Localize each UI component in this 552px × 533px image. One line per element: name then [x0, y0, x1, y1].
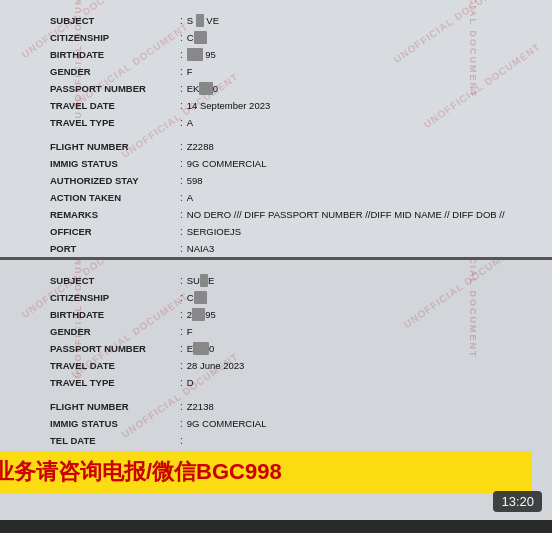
- label-subject-top: SUBJECT: [50, 14, 180, 28]
- label-gender-bot: GENDER: [50, 325, 180, 339]
- label-citizenship-bot: CITIZENSHIP: [50, 291, 180, 305]
- overlay-banner: 业务请咨询电报/微信BGC998: [0, 451, 532, 493]
- label-action-top: ACTION TAKEN: [50, 191, 180, 205]
- value-passport-top: EK 0: [187, 82, 532, 96]
- label-remarks-top: REMARKS: [50, 208, 180, 222]
- document-panel-bottom: UNOFFICIAL DOCUMENT UNOFFICIAL DOCUMENT …: [0, 260, 552, 520]
- value-citizenship-top: C: [187, 31, 532, 45]
- table-row: TRAVEL DATE : 28 June 2023: [50, 359, 532, 373]
- value-traveldate-top: 14 September 2023: [187, 99, 532, 113]
- table-row: GENDER : F: [50, 65, 532, 79]
- overlay-text: 业务请咨询电报/微信BGC998: [0, 459, 282, 484]
- value-passport-bot: E 0: [187, 342, 532, 356]
- label-traveltype-top: TRAVEL TYPE: [50, 116, 180, 130]
- label-traveldate-bot: TRAVEL DATE: [50, 359, 180, 373]
- table-row: BIRTHDATE : 2 95: [50, 308, 532, 322]
- value-gender-bot: F: [187, 325, 532, 339]
- table-row: TRAVEL TYPE : A: [50, 116, 532, 130]
- value-citizenship-bot: C: [187, 291, 532, 305]
- table-row: FLIGHT NUMBER : Z2288: [50, 140, 532, 154]
- value-subject-bot: SU E: [187, 274, 532, 288]
- value-teldate-bot: [187, 434, 532, 448]
- table-row: OFFICER : SERGIOEJS: [50, 225, 532, 239]
- label-traveltype-bot: TRAVEL TYPE: [50, 376, 180, 390]
- value-immig-top: 9G COMMERCIAL: [187, 157, 532, 171]
- value-action-top: A: [187, 191, 532, 205]
- value-gender-top: F: [187, 65, 532, 79]
- label-officer-top: OFFICER: [50, 225, 180, 239]
- value-subject-top: S VE: [187, 14, 532, 28]
- table-row: CITIZENSHIP : C: [50, 291, 532, 305]
- table-row: SUBJECT : SU E: [50, 274, 532, 288]
- value-traveltype-bot: D: [187, 376, 532, 390]
- label-authstay-top: AUTHORIZED STAY: [50, 174, 180, 188]
- table-row: TEL DATE :: [50, 434, 532, 448]
- top-doc-content: SUBJECT : S VE CITIZENSHIP : C BIRTHDATE…: [0, 0, 552, 260]
- label-port-top: PORT: [50, 242, 180, 256]
- label-flight-bot: FLIGHT NUMBER: [50, 400, 180, 414]
- table-row: FLIGHT NUMBER : Z2138: [50, 400, 532, 414]
- table-row: PORT : NAIA3: [50, 242, 532, 256]
- screen: UNOFFICIAL DOCUMENT UNOFFICIAL DOCUMENT …: [0, 0, 552, 533]
- label-traveldate-top: TRAVEL DATE: [50, 99, 180, 113]
- document-panel-top: UNOFFICIAL DOCUMENT UNOFFICIAL DOCUMENT …: [0, 0, 552, 260]
- label-immig-top: IMMIG STATUS: [50, 157, 180, 171]
- value-traveltype-top: A: [187, 116, 532, 130]
- spacer-top: [50, 133, 532, 137]
- label-birthdate-bot: BIRTHDATE: [50, 308, 180, 322]
- table-row: GENDER : F: [50, 325, 532, 339]
- table-row: TRAVEL DATE : 14 September 2023: [50, 99, 532, 113]
- table-row: TRAVEL TYPE : D: [50, 376, 532, 390]
- table-row: AUTHORIZED STAY : 598: [50, 174, 532, 188]
- table-row: ACTION TAKEN : A: [50, 191, 532, 205]
- value-authstay-top: 598: [187, 174, 532, 188]
- label-teldate-bot: TEL DATE: [50, 434, 180, 448]
- label-passport-top: PASSPORT NUMBER: [50, 82, 180, 96]
- bottom-doc-content: SUBJECT : SU E CITIZENSHIP : C BIRTHDATE…: [0, 260, 552, 503]
- table-row: REMARKS : NO DERO /// DIFF PASSPORT NUMB…: [50, 208, 532, 222]
- label-birthdate-top: BIRTHDATE: [50, 48, 180, 62]
- table-row: PASSPORT NUMBER : E 0: [50, 342, 532, 356]
- value-immig-bot: 9G COMMERCIAL: [187, 417, 532, 431]
- label-subject-bot: SUBJECT: [50, 274, 180, 288]
- label-citizenship-top: CITIZENSHIP: [50, 31, 180, 45]
- value-remarks-top: NO DERO /// DIFF PASSPORT NUMBER //DIFF …: [187, 208, 532, 222]
- value-traveldate-bot: 28 June 2023: [187, 359, 532, 373]
- value-birthdate-top: 95: [187, 48, 532, 62]
- value-officer-top: SERGIOEJS: [187, 225, 532, 239]
- value-port-top: NAIA3: [187, 242, 532, 256]
- value-flight-top: Z2288: [187, 140, 532, 154]
- table-row: BIRTHDATE : 95: [50, 48, 532, 62]
- table-row: CITIZENSHIP : C: [50, 31, 532, 45]
- value-birthdate-bot: 2 95: [187, 308, 532, 322]
- spacer-bot: [50, 393, 532, 397]
- time-value: 13:20: [501, 494, 534, 509]
- label-immig-bot: IMMIG STATUS: [50, 417, 180, 431]
- table-row: IMMIG STATUS : 9G COMMERCIAL: [50, 157, 532, 171]
- value-flight-bot: Z2138: [187, 400, 532, 414]
- label-flight-top: FLIGHT NUMBER: [50, 140, 180, 154]
- table-row: PASSPORT NUMBER : EK 0: [50, 82, 532, 96]
- time-badge: 13:20: [493, 491, 542, 512]
- label-passport-bot: PASSPORT NUMBER: [50, 342, 180, 356]
- label-gender-top: GENDER: [50, 65, 180, 79]
- table-row: SUBJECT : S VE: [50, 14, 532, 28]
- table-row: IMMIG STATUS : 9G COMMERCIAL: [50, 417, 532, 431]
